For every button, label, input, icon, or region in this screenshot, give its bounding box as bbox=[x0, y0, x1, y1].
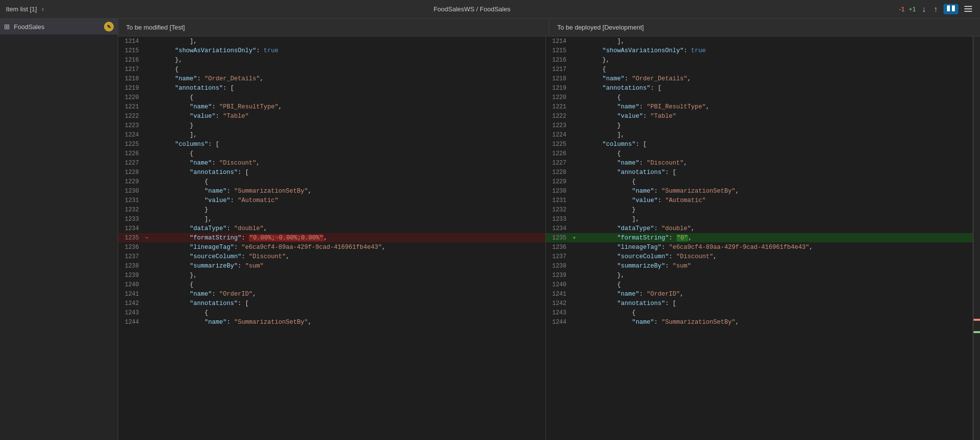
navigate-next-button[interactable]: ↑ bbox=[932, 4, 940, 15]
diff-gutter bbox=[143, 93, 151, 102]
line-content: "name": "Order_Details", bbox=[151, 74, 545, 83]
line-content: "summarizeBy": "sum" bbox=[151, 261, 545, 271]
diff-gutter bbox=[143, 158, 151, 168]
code-line: 1237 "sourceColumn": "Discount", bbox=[118, 252, 545, 261]
line-number: 1243 bbox=[546, 308, 571, 317]
code-line: 1229 { bbox=[546, 177, 973, 186]
code-line: 1215 "showAsVariationsOnly": true bbox=[118, 46, 545, 55]
sidebar-item-foodsales[interactable]: ⊞ FoodSales ✎ bbox=[0, 19, 118, 34]
line-content: "lineageTag": "e6ca9cf4-89aa-429f-9cad-4… bbox=[578, 242, 973, 252]
line-content: "showAsVariationsOnly": true bbox=[151, 46, 545, 55]
line-number: 1236 bbox=[118, 242, 143, 252]
line-number: 1225 bbox=[546, 139, 571, 149]
line-number: 1223 bbox=[118, 121, 143, 130]
navigate-prev-button[interactable]: ↓ bbox=[920, 4, 928, 15]
line-number: 1233 bbox=[546, 214, 571, 224]
diff-gutter bbox=[143, 55, 151, 65]
line-content: "showAsVariationsOnly": true bbox=[578, 46, 973, 55]
code-line: 1226 { bbox=[546, 149, 973, 158]
topbar-left: Item list [1] ‹ bbox=[6, 5, 45, 13]
code-line: 1229 { bbox=[118, 177, 545, 186]
line-content: "formatString": "0", bbox=[578, 233, 973, 242]
line-number: 1224 bbox=[118, 130, 143, 139]
diff-gutter bbox=[143, 149, 151, 158]
line-number: 1216 bbox=[546, 55, 571, 65]
line-content: "value": "Table" bbox=[578, 111, 973, 121]
split-view-button[interactable] bbox=[944, 4, 958, 14]
diff-gutter bbox=[143, 280, 151, 289]
code-line: 1231 "value": "Automatic" bbox=[118, 196, 545, 205]
line-number: 1242 bbox=[546, 299, 571, 308]
code-line: 1242 "annotations": [ bbox=[546, 299, 973, 308]
line-content: "lineageTag": "e6ca9cf4-89aa-429f-9cad-4… bbox=[151, 242, 545, 252]
line-content: "dataType": "double", bbox=[151, 224, 545, 233]
code-line: 1235 + "formatString": "0", bbox=[546, 233, 973, 242]
line-content: { bbox=[578, 280, 973, 289]
code-line: 1237 "sourceColumn": "Discount", bbox=[546, 252, 973, 261]
code-line: 1218 "name": "Order_Details", bbox=[118, 74, 545, 83]
line-content: "summarizeBy": "sum" bbox=[578, 261, 973, 271]
diff-gutter bbox=[143, 308, 151, 317]
line-number: 1215 bbox=[546, 46, 571, 55]
diff-gutter bbox=[143, 317, 151, 327]
panel-headers: To be modified [Test] To be deployed [De… bbox=[118, 19, 980, 36]
code-line: 1239 }, bbox=[546, 271, 973, 280]
diff-gutter bbox=[143, 36, 151, 46]
code-line: 1215 "showAsVariationsOnly": true bbox=[546, 46, 973, 55]
code-line: 1235 − "formatString": "0.00%;-0.00%;0.0… bbox=[118, 233, 545, 242]
line-number: 1235 bbox=[118, 233, 143, 242]
diff-gutter bbox=[571, 149, 578, 158]
diff-gutter bbox=[571, 36, 578, 46]
diff-gutter bbox=[571, 83, 578, 93]
line-content: }, bbox=[151, 271, 545, 280]
diff-gutter bbox=[143, 46, 151, 55]
line-number: 1242 bbox=[118, 299, 143, 308]
line-number: 1230 bbox=[546, 186, 571, 196]
collapse-icon[interactable]: ‹ bbox=[41, 5, 45, 13]
code-line: 1220 { bbox=[118, 93, 545, 102]
diff-gutter bbox=[571, 177, 578, 186]
sidebar-item-label: FoodSales bbox=[14, 23, 100, 31]
line-content: { bbox=[578, 65, 973, 74]
diff-gutter bbox=[571, 74, 578, 83]
code-line: 1223 } bbox=[546, 121, 973, 130]
line-number: 1239 bbox=[118, 271, 143, 280]
code-line: 1216 }, bbox=[546, 55, 973, 65]
inline-view-button[interactable] bbox=[962, 4, 974, 15]
split-view-icon bbox=[947, 5, 955, 11]
line-content: "name": "PBI_ResultType", bbox=[151, 102, 545, 111]
diff-gutter bbox=[143, 168, 151, 177]
right-diff-panel[interactable]: 1214 ], 1215 "showAsVariationsOnly": tru… bbox=[546, 36, 974, 440]
code-line: 1241 "name": "OrderID", bbox=[546, 289, 973, 299]
line-content: "name": "Discount", bbox=[151, 158, 545, 168]
line-content: { bbox=[151, 280, 545, 289]
diff-gutter bbox=[571, 139, 578, 149]
diff-gutter bbox=[143, 121, 151, 130]
line-number: 1240 bbox=[546, 280, 571, 289]
svg-rect-2 bbox=[964, 6, 972, 7]
code-line: 1238 "summarizeBy": "sum" bbox=[118, 261, 545, 271]
line-number: 1222 bbox=[118, 111, 143, 121]
line-number: 1232 bbox=[118, 205, 143, 214]
diff-area: To be modified [Test] To be deployed [De… bbox=[118, 19, 980, 440]
line-number: 1244 bbox=[546, 317, 571, 327]
line-content: } bbox=[578, 121, 973, 130]
diff-gutter bbox=[143, 74, 151, 83]
diff-gutter bbox=[571, 130, 578, 139]
code-line: 1217 { bbox=[118, 65, 545, 74]
line-content: { bbox=[578, 93, 973, 102]
breadcrumb: FoodSalesWS / FoodSales bbox=[434, 5, 510, 13]
diff-gutter bbox=[143, 111, 151, 121]
line-number: 1240 bbox=[118, 280, 143, 289]
diff-gutter bbox=[571, 205, 578, 214]
line-content: "annotations": [ bbox=[578, 299, 973, 308]
sidebar: ⊞ FoodSales ✎ bbox=[0, 19, 118, 440]
left-diff-panel[interactable]: 1214 ], 1215 "showAsVariationsOnly": tru… bbox=[118, 36, 546, 440]
line-number: 1232 bbox=[546, 205, 571, 214]
svg-rect-1 bbox=[952, 5, 955, 11]
diff-gutter: + bbox=[571, 233, 578, 242]
svg-text:✎: ✎ bbox=[107, 24, 111, 30]
line-content: { bbox=[578, 177, 973, 186]
line-content: ], bbox=[151, 214, 545, 224]
line-number: 1214 bbox=[118, 36, 143, 46]
